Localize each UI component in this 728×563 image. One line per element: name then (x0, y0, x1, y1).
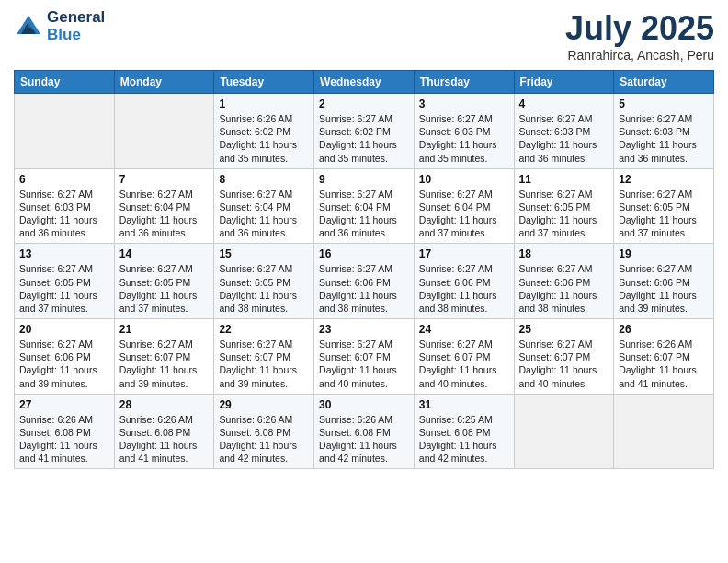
day-number: 31 (419, 398, 509, 411)
calendar-cell: 4Sunrise: 6:27 AMSunset: 6:03 PMDaylight… (514, 94, 614, 169)
calendar-cell (15, 94, 115, 169)
calendar-cell: 25Sunrise: 6:27 AMSunset: 6:07 PMDayligh… (514, 319, 614, 395)
calendar-cell: 19Sunrise: 6:27 AMSunset: 6:06 PMDayligh… (614, 244, 714, 319)
weekday-sunday: Sunday (15, 71, 115, 94)
day-number: 4 (519, 98, 609, 110)
day-number: 9 (319, 173, 409, 186)
weekday-saturday: Saturday (614, 71, 714, 94)
calendar-cell: 10Sunrise: 6:27 AMSunset: 6:04 PMDayligh… (414, 168, 514, 244)
day-number: 29 (219, 398, 309, 411)
calendar-cell: 21Sunrise: 6:27 AMSunset: 6:07 PMDayligh… (114, 319, 214, 395)
weekday-friday: Friday (514, 71, 614, 94)
calendar-cell: 3Sunrise: 6:27 AMSunset: 6:03 PMDaylight… (414, 94, 514, 169)
day-info: Sunrise: 6:26 AMSunset: 6:08 PMDaylight:… (219, 413, 309, 465)
calendar-cell: 7Sunrise: 6:27 AMSunset: 6:04 PMDaylight… (114, 168, 214, 244)
logo-general-text: General (47, 9, 105, 27)
calendar-cell: 18Sunrise: 6:27 AMSunset: 6:06 PMDayligh… (514, 244, 614, 319)
calendar-cell: 15Sunrise: 6:27 AMSunset: 6:05 PMDayligh… (214, 244, 314, 319)
day-info: Sunrise: 6:27 AMSunset: 6:05 PMDaylight:… (219, 262, 309, 315)
main-title: July 2025 (565, 9, 714, 48)
day-number: 1 (219, 98, 309, 110)
calendar-cell: 1Sunrise: 6:26 AMSunset: 6:02 PMDaylight… (214, 94, 314, 169)
day-info: Sunrise: 6:27 AMSunset: 6:07 PMDaylight:… (319, 338, 409, 390)
weekday-tuesday: Tuesday (214, 71, 314, 94)
day-info: Sunrise: 6:26 AMSunset: 6:07 PMDaylight:… (619, 338, 709, 390)
day-info: Sunrise: 6:27 AMSunset: 6:07 PMDaylight:… (519, 338, 609, 390)
calendar-cell: 16Sunrise: 6:27 AMSunset: 6:06 PMDayligh… (314, 244, 415, 319)
day-info: Sunrise: 6:27 AMSunset: 6:05 PMDaylight:… (19, 262, 109, 315)
day-number: 19 (619, 247, 709, 260)
calendar-cell: 12Sunrise: 6:27 AMSunset: 6:05 PMDayligh… (614, 168, 714, 244)
logo-text: General Blue (47, 9, 105, 43)
day-number: 8 (219, 173, 309, 186)
calendar-body: 1Sunrise: 6:26 AMSunset: 6:02 PMDaylight… (15, 94, 714, 469)
day-number: 7 (119, 173, 210, 186)
day-number: 20 (19, 323, 109, 336)
day-info: Sunrise: 6:25 AMSunset: 6:08 PMDaylight:… (419, 413, 509, 465)
logo-icon (14, 12, 43, 41)
day-info: Sunrise: 6:27 AMSunset: 6:03 PMDaylight:… (619, 112, 709, 165)
calendar-week-5: 27Sunrise: 6:26 AMSunset: 6:08 PMDayligh… (15, 394, 714, 469)
calendar-cell: 11Sunrise: 6:27 AMSunset: 6:05 PMDayligh… (514, 168, 614, 244)
day-number: 30 (319, 398, 409, 411)
page: General Blue July 2025 Ranrahirca, Ancas… (0, 0, 728, 563)
calendar-cell (114, 94, 214, 169)
day-info: Sunrise: 6:26 AMSunset: 6:08 PMDaylight:… (19, 413, 109, 465)
day-info: Sunrise: 6:27 AMSunset: 6:05 PMDaylight:… (119, 262, 210, 315)
day-number: 21 (119, 323, 210, 336)
calendar-cell: 22Sunrise: 6:27 AMSunset: 6:07 PMDayligh… (214, 319, 314, 395)
calendar-cell (614, 394, 714, 469)
calendar-week-2: 6Sunrise: 6:27 AMSunset: 6:03 PMDaylight… (15, 168, 714, 244)
weekday-thursday: Thursday (414, 71, 514, 94)
day-number: 15 (219, 247, 309, 260)
day-info: Sunrise: 6:26 AMSunset: 6:02 PMDaylight:… (219, 112, 309, 165)
day-number: 12 (619, 173, 709, 186)
calendar-cell: 13Sunrise: 6:27 AMSunset: 6:05 PMDayligh… (15, 244, 115, 319)
day-number: 11 (519, 173, 609, 186)
day-info: Sunrise: 6:27 AMSunset: 6:04 PMDaylight:… (219, 188, 309, 240)
day-number: 5 (619, 98, 709, 110)
calendar-cell: 30Sunrise: 6:26 AMSunset: 6:08 PMDayligh… (314, 394, 415, 469)
calendar-cell: 2Sunrise: 6:27 AMSunset: 6:02 PMDaylight… (314, 94, 415, 169)
calendar-cell (514, 394, 614, 469)
day-info: Sunrise: 6:27 AMSunset: 6:06 PMDaylight:… (619, 262, 709, 315)
header: General Blue July 2025 Ranrahirca, Ancas… (14, 9, 714, 63)
day-info: Sunrise: 6:27 AMSunset: 6:03 PMDaylight:… (419, 112, 509, 165)
calendar-cell: 26Sunrise: 6:26 AMSunset: 6:07 PMDayligh… (614, 319, 714, 395)
day-info: Sunrise: 6:27 AMSunset: 6:03 PMDaylight:… (19, 188, 109, 240)
calendar-cell: 27Sunrise: 6:26 AMSunset: 6:08 PMDayligh… (15, 394, 115, 469)
day-number: 18 (519, 247, 609, 260)
day-info: Sunrise: 6:27 AMSunset: 6:06 PMDaylight:… (319, 262, 409, 315)
day-number: 27 (19, 398, 109, 411)
day-number: 6 (19, 173, 109, 186)
day-info: Sunrise: 6:27 AMSunset: 6:07 PMDaylight:… (419, 338, 509, 390)
calendar-cell: 17Sunrise: 6:27 AMSunset: 6:06 PMDayligh… (414, 244, 514, 319)
weekday-wednesday: Wednesday (314, 71, 415, 94)
day-info: Sunrise: 6:27 AMSunset: 6:02 PMDaylight:… (319, 112, 409, 165)
subtitle: Ranrahirca, Ancash, Peru (565, 48, 714, 63)
day-info: Sunrise: 6:27 AMSunset: 6:05 PMDaylight:… (519, 188, 609, 240)
title-block: July 2025 Ranrahirca, Ancash, Peru (565, 9, 714, 63)
day-number: 3 (419, 98, 509, 110)
day-number: 2 (319, 98, 409, 110)
calendar-cell: 6Sunrise: 6:27 AMSunset: 6:03 PMDaylight… (15, 168, 115, 244)
calendar-week-1: 1Sunrise: 6:26 AMSunset: 6:02 PMDaylight… (15, 94, 714, 169)
day-info: Sunrise: 6:27 AMSunset: 6:04 PMDaylight:… (319, 188, 409, 240)
calendar-week-3: 13Sunrise: 6:27 AMSunset: 6:05 PMDayligh… (15, 244, 714, 319)
day-number: 13 (19, 247, 109, 260)
day-number: 10 (419, 173, 509, 186)
day-number: 23 (319, 323, 409, 336)
calendar-cell: 14Sunrise: 6:27 AMSunset: 6:05 PMDayligh… (114, 244, 214, 319)
day-info: Sunrise: 6:27 AMSunset: 6:06 PMDaylight:… (419, 262, 509, 315)
calendar-cell: 29Sunrise: 6:26 AMSunset: 6:08 PMDayligh… (214, 394, 314, 469)
day-number: 17 (419, 247, 509, 260)
day-number: 28 (119, 398, 210, 411)
day-info: Sunrise: 6:27 AMSunset: 6:06 PMDaylight:… (519, 262, 609, 315)
day-info: Sunrise: 6:27 AMSunset: 6:04 PMDaylight:… (119, 188, 210, 240)
day-number: 26 (619, 323, 709, 336)
calendar-header: SundayMondayTuesdayWednesdayThursdayFrid… (15, 71, 714, 94)
weekday-header-row: SundayMondayTuesdayWednesdayThursdayFrid… (15, 71, 714, 94)
day-info: Sunrise: 6:26 AMSunset: 6:08 PMDaylight:… (319, 413, 409, 465)
calendar-cell: 5Sunrise: 6:27 AMSunset: 6:03 PMDaylight… (614, 94, 714, 169)
logo: General Blue (14, 9, 105, 43)
